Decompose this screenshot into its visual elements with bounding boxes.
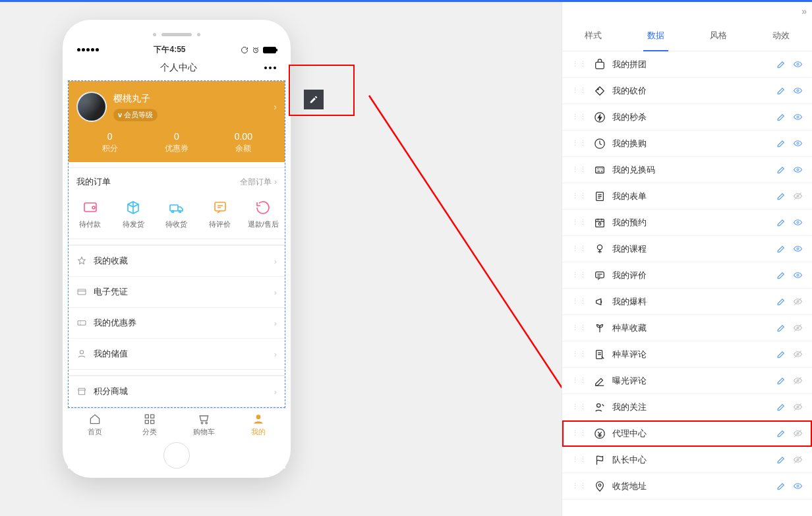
tab-motion[interactable]: 动效 [749, 20, 812, 51]
edit-icon[interactable] [776, 244, 786, 254]
panel-item[interactable]: ⋮⋮队长中心 [562, 447, 812, 473]
visibility-toggle-icon[interactable] [793, 112, 803, 122]
edit-icon[interactable] [776, 138, 786, 148]
profile-card[interactable]: 樱桃丸子 会员等级 › 0积分 0优惠券 0.00余额 [69, 81, 285, 162]
edit-icon[interactable] [776, 323, 786, 333]
panel-item[interactable]: ⋮⋮我的预约 [562, 210, 812, 236]
drag-handle-icon[interactable]: ⋮⋮ [571, 482, 587, 490]
tab-style[interactable]: 样式 [562, 20, 625, 51]
stat-balance[interactable]: 0.00余额 [210, 131, 277, 154]
menu-coupon[interactable]: 我的优惠券› [69, 307, 285, 338]
edit-icon[interactable] [776, 270, 786, 280]
edit-icon[interactable] [776, 376, 786, 386]
stat-points[interactable]: 0积分 [76, 131, 143, 154]
panel-item[interactable]: ⋮⋮我的关注 [562, 394, 812, 420]
order-receive[interactable]: 待收货 [155, 200, 198, 229]
edit-icon[interactable] [776, 86, 786, 96]
panel-item[interactable]: ⋮⋮种草收藏 [562, 315, 812, 341]
panel-item[interactable]: ⋮⋮我的评价 [562, 262, 812, 289]
drag-handle-icon[interactable]: ⋮⋮ [571, 297, 587, 306]
visibility-toggle-icon[interactable] [793, 481, 803, 491]
tab-category[interactable]: 分类 [123, 413, 177, 437]
visibility-toggle-icon[interactable] [793, 323, 803, 333]
tab-theme[interactable]: 风格 [687, 20, 750, 51]
drag-handle-icon[interactable]: ⋮⋮ [571, 192, 587, 200]
panel-item[interactable]: ⋮⋮我的砍价 [562, 78, 812, 104]
visibility-toggle-icon[interactable] [793, 402, 803, 412]
tab-home[interactable]: 首页 [68, 413, 123, 437]
svg-rect-18 [596, 62, 604, 69]
panel-item[interactable]: ⋮⋮我的表单 [562, 183, 812, 210]
order-review[interactable]: 待评价 [198, 200, 242, 229]
edit-icon[interactable] [776, 165, 786, 175]
menu-voucher[interactable]: 电子凭证› [69, 276, 285, 307]
drag-handle-icon[interactable]: ⋮⋮ [571, 376, 587, 385]
visibility-toggle-icon[interactable] [793, 270, 803, 280]
drag-handle-icon[interactable]: ⋮⋮ [571, 350, 587, 358]
visibility-toggle-icon[interactable] [793, 349, 803, 359]
visibility-toggle-icon[interactable] [793, 138, 803, 148]
drag-handle-icon[interactable]: ⋮⋮ [571, 244, 587, 253]
drag-handle-icon[interactable]: ⋮⋮ [571, 324, 587, 332]
menu-points-mall[interactable]: 积分商城› [69, 376, 285, 407]
visibility-toggle-icon[interactable] [793, 455, 803, 465]
order-refund[interactable]: 退款/售后 [241, 200, 285, 229]
edit-icon[interactable] [776, 59, 786, 69]
edit-icon[interactable] [776, 481, 786, 491]
panel-item[interactable]: ⋮⋮我的拼团 [562, 51, 812, 78]
panel-item[interactable]: ⋮⋮我的兑换码 [562, 157, 812, 183]
preview-area[interactable]: 樱桃丸子 会员等级 › 0积分 0优惠券 0.00余额 [68, 80, 285, 408]
visibility-toggle-icon[interactable] [793, 191, 803, 201]
edit-icon[interactable] [776, 455, 786, 465]
visibility-toggle-icon[interactable] [793, 217, 803, 227]
visibility-toggle-icon[interactable] [793, 428, 803, 438]
visibility-toggle-icon[interactable] [793, 244, 803, 254]
menu-deposit[interactable]: 我的储值› [69, 338, 285, 369]
drag-handle-icon[interactable]: ⋮⋮ [571, 165, 587, 174]
drag-handle-icon[interactable]: ⋮⋮ [571, 113, 587, 121]
edit-icon[interactable] [776, 191, 786, 201]
edit-icon[interactable] [776, 112, 786, 122]
edit-icon[interactable] [776, 428, 786, 438]
visibility-toggle-icon[interactable] [793, 376, 803, 386]
drag-handle-icon[interactable]: ⋮⋮ [571, 455, 587, 464]
panel-item[interactable]: ⋮⋮曝光评论 [562, 368, 812, 394]
edit-icon[interactable] [776, 297, 786, 306]
panel-item[interactable]: ⋮⋮我的秒杀 [562, 104, 812, 130]
visibility-toggle-icon[interactable] [793, 86, 803, 96]
visibility-toggle-icon[interactable] [793, 165, 803, 175]
panel-item[interactable]: ⋮⋮代理中心 [562, 420, 812, 447]
mall-card: 积分商城› [69, 375, 285, 407]
stat-coupons[interactable]: 0优惠券 [143, 131, 210, 154]
panel-item[interactable]: ⋮⋮收货地址 [562, 473, 812, 500]
drag-handle-icon[interactable]: ⋮⋮ [571, 218, 587, 227]
edit-icon[interactable] [776, 349, 786, 359]
user-icon [252, 413, 265, 426]
drag-handle-icon[interactable]: ⋮⋮ [571, 139, 587, 148]
avatar[interactable] [76, 92, 107, 122]
edit-icon[interactable] [776, 217, 786, 227]
visibility-toggle-icon[interactable] [793, 59, 803, 69]
tab-cart[interactable]: 购物车 [177, 413, 231, 437]
edit-icon[interactable] [776, 402, 786, 412]
order-pay[interactable]: 待付款 [69, 200, 112, 229]
close-icon[interactable]: » [796, 2, 812, 20]
member-badge[interactable]: 会员等级 [113, 109, 158, 121]
panel-item[interactable]: ⋮⋮我的课程 [562, 236, 812, 262]
order-ship[interactable]: 待发货 [112, 200, 156, 229]
orders-all-link[interactable]: 全部订单› [240, 177, 277, 188]
home-button[interactable] [163, 442, 190, 469]
drag-handle-icon[interactable]: ⋮⋮ [571, 86, 587, 95]
drag-handle-icon[interactable]: ⋮⋮ [571, 60, 587, 69]
tab-data[interactable]: 数据 [625, 20, 687, 51]
visibility-toggle-icon[interactable] [793, 297, 803, 306]
tab-mine[interactable]: 我的 [231, 413, 286, 437]
panel-item[interactable]: ⋮⋮种草评论 [562, 341, 812, 368]
menu-favorites[interactable]: 我的收藏› [69, 245, 285, 276]
panel-item[interactable]: ⋮⋮我的爆料 [562, 289, 812, 315]
more-icon[interactable] [264, 67, 276, 69]
drag-handle-icon[interactable]: ⋮⋮ [571, 271, 587, 279]
panel-item[interactable]: ⋮⋮我的换购 [562, 130, 812, 157]
drag-handle-icon[interactable]: ⋮⋮ [571, 429, 587, 438]
drag-handle-icon[interactable]: ⋮⋮ [571, 403, 587, 411]
